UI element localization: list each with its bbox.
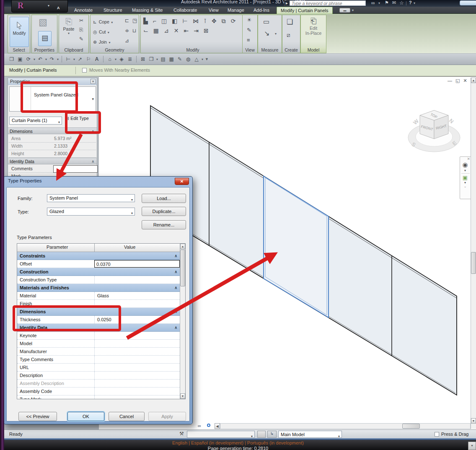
beam-icon[interactable]: ≑ <box>125 28 129 34</box>
param-row[interactable]: Keynote <box>17 332 180 340</box>
worksets-icon[interactable]: ⚒ <box>179 431 184 437</box>
design-options-icon[interactable]: ↳ <box>267 431 277 438</box>
paint-icon[interactable]: ⊠ <box>204 27 209 34</box>
move-icon[interactable]: ✥ <box>212 18 217 25</box>
up-caret-icon[interactable]: ▾ <box>202 57 203 61</box>
modify-button[interactable]: Modify <box>10 17 29 47</box>
tag-icon[interactable]: ⚐ <box>85 56 92 62</box>
param-row[interactable]: URL <box>17 364 180 372</box>
duplicate-button[interactable]: Duplicate... <box>142 207 186 216</box>
load-button[interactable]: Load... <box>142 194 186 203</box>
preview-button[interactable]: << Preview <box>18 412 57 421</box>
tab-structure[interactable]: Structure <box>100 7 126 13</box>
keyboard-icon[interactable]: ▤ <box>160 56 166 62</box>
type-selector[interactable]: System Panel Glazed ▾ <box>9 86 96 112</box>
thin-lines-icon[interactable]: ≣ <box>127 56 133 62</box>
binoculars-icon[interactable]: ∞ <box>371 0 375 6</box>
align-icon[interactable]: ▙ <box>143 18 148 25</box>
navbar-close-icon[interactable]: ✕ <box>460 157 471 161</box>
help-caret-icon[interactable]: ▾ <box>414 1 415 5</box>
default-3d-view-icon[interactable]: ⌂ <box>106 56 113 62</box>
redo-caret-icon[interactable]: ▾ <box>57 57 59 61</box>
param-row[interactable]: Model <box>17 340 180 348</box>
save-icon[interactable]: ▣ <box>17 56 23 62</box>
cut-clipboard-icon[interactable]: ✂ <box>79 18 83 23</box>
press-drag-checkbox[interactable] <box>435 432 439 437</box>
language-links[interactable]: English | Español (in development) | Por… <box>0 440 476 445</box>
element-filter-combo[interactable]: Curtain Panels (1)▾ <box>9 117 62 125</box>
subscription-icon[interactable]: ⚑ <box>385 0 389 5</box>
infocenter-search-input[interactable] <box>290 0 366 6</box>
param-row[interactable]: Offset0.0370 <box>17 260 180 268</box>
undo-icon[interactable]: ↶ <box>37 56 44 62</box>
demolish-icon[interactable]: ◳ <box>132 18 137 23</box>
page-scroll-down-icon[interactable]: ▾ <box>468 442 476 450</box>
mirror-pick-icon[interactable]: ◫ <box>161 18 167 25</box>
window-controls[interactable] <box>460 0 476 5</box>
apply-button[interactable]: Apply <box>148 412 186 421</box>
vertical-scrollbar[interactable]: ▲ ▼ <box>471 78 476 429</box>
panel-label-view[interactable]: View <box>243 47 257 53</box>
split-face-icon[interactable]: ⊿ <box>125 38 129 44</box>
panel-label-modify[interactable]: Modify <box>141 47 245 53</box>
split-icon[interactable]: ⋈ <box>193 18 199 25</box>
edit-in-place-button[interactable]: ⎗ Edit In-Place <box>303 17 323 46</box>
undo-caret-icon[interactable]: ▾ <box>45 57 47 61</box>
customize-qat-icon[interactable]: ▼ <box>205 57 209 61</box>
offset-icon[interactable]: ⌐ <box>153 18 156 25</box>
editable-only-icon[interactable] <box>257 431 266 438</box>
linework-icon[interactable]: ✎ <box>247 27 251 33</box>
pencil-icon[interactable]: ✎ <box>176 56 183 62</box>
grid-icon[interactable]: ▦ <box>168 56 175 62</box>
tab-massing-site[interactable]: Massing & Site <box>128 7 166 13</box>
group-row[interactable]: Dimensions∧ <box>17 308 180 316</box>
switch-windows-caret-icon[interactable]: ▾ <box>156 57 158 61</box>
zoom-caret-icon[interactable]: ▾ <box>460 181 470 185</box>
param-row[interactable]: Type Comments <box>17 356 180 364</box>
steering-wheel-caret-icon[interactable]: ▾ <box>460 169 470 172</box>
view-close-icon[interactable]: ✕ <box>463 78 467 83</box>
viewcube[interactable]: TOP FRONT RIGHT W N S E <box>408 110 460 152</box>
search-go-icon[interactable]: ▶ <box>284 0 290 6</box>
lightbulb-icon[interactable]: ☀ <box>247 17 252 23</box>
dialog-close-icon[interactable]: ✕ <box>175 178 189 185</box>
view-restore-icon[interactable]: ◱ <box>455 78 460 83</box>
cancel-button[interactable]: Cancel <box>109 412 145 421</box>
cope-button[interactable]: ⊾ Cope ▾ <box>93 18 113 25</box>
group-row[interactable]: Materials and Finishes∧ <box>17 284 180 292</box>
array-icon[interactable]: ▦ <box>153 27 159 34</box>
aligned-dimension-icon[interactable]: ↗ <box>77 56 83 62</box>
group-row[interactable]: Construction∧ <box>17 268 180 276</box>
steering-wheel-icon[interactable]: ◉ <box>460 161 470 169</box>
paste-button[interactable]: ⎘ Paste ▾ <box>62 17 76 46</box>
mirror-axis-icon[interactable]: ◧ <box>172 18 177 25</box>
help-icon[interactable]: ? <box>409 0 412 5</box>
comments-input[interactable] <box>53 165 98 173</box>
param-row[interactable]: Finish <box>17 300 180 308</box>
extend-icon[interactable]: ⊢ <box>182 18 187 25</box>
ok-button[interactable]: OK <box>67 412 104 421</box>
thickness-row[interactable]: Thickness0.0250 <box>17 316 180 324</box>
type-combo[interactable]: Glazed▾ <box>47 208 135 216</box>
cut-button[interactable]: ◎ Cut ▾ <box>93 28 109 35</box>
palette-close-icon[interactable]: ✕ <box>91 79 96 84</box>
text-icon[interactable]: A <box>93 56 100 62</box>
group-row[interactable]: Constraints∧ <box>17 252 180 260</box>
align2-icon[interactable]: ⇤ <box>184 27 189 34</box>
view3d-caret-icon[interactable]: ▾ <box>115 57 116 61</box>
param-row[interactable]: Manufacturer <box>17 348 180 356</box>
param-row[interactable]: Assembly Code <box>17 388 180 395</box>
properties-type-icon[interactable]: ▧ <box>39 17 47 28</box>
render-icon[interactable]: ◍ <box>185 56 191 62</box>
copy-element-icon[interactable]: ⧉ <box>222 18 226 25</box>
sun-path-icon[interactable] <box>207 424 210 427</box>
panel-label-create[interactable]: Create <box>282 47 300 53</box>
identity-data-section-header[interactable]: Identity Data∧ <box>8 158 97 164</box>
join-button[interactable]: ⊕ Join ▾ <box>93 38 110 45</box>
properties-palette-icon[interactable]: ▤ <box>38 31 52 46</box>
create-similar-icon[interactable]: ⧄ <box>287 32 290 39</box>
dimensions-section-header[interactable]: Dimensions∧ <box>8 127 97 134</box>
param-row[interactable]: Construction Type <box>17 276 180 284</box>
communication-icon[interactable]: ✉ <box>392 0 396 5</box>
delete-icon[interactable]: ✕ <box>174 27 179 34</box>
